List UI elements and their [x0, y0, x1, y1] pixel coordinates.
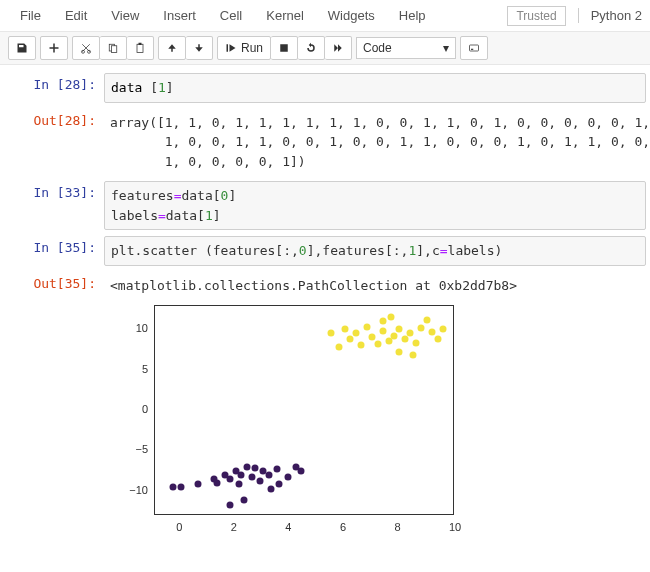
scatter-point: [241, 497, 248, 504]
code-content[interactable]: features=data[0] labels=data[1]: [104, 181, 646, 230]
output-cell: Out[35]: <matplotlib.collections.PathCol…: [4, 272, 646, 300]
scatter-point: [391, 332, 398, 339]
scatter-point: [418, 324, 425, 331]
cut-button[interactable]: [72, 36, 100, 60]
scatter-point: [276, 480, 283, 487]
add-cell-button[interactable]: [40, 36, 68, 60]
xtick-label: 10: [449, 521, 461, 533]
scatter-point: [238, 471, 245, 478]
scatter-point: [396, 348, 403, 355]
scatter-point: [213, 479, 220, 486]
interrupt-button[interactable]: [271, 36, 298, 60]
move-up-button[interactable]: [158, 36, 186, 60]
scatter-point: [429, 329, 436, 336]
ytick-label: −10: [118, 484, 148, 496]
output-cell: Out[28]: array([1, 1, 0, 1, 1, 1, 1, 1, …: [4, 109, 646, 176]
scatter-point: [407, 330, 414, 337]
scatter-point: [227, 475, 234, 482]
code-cell[interactable]: In [35]: plt.scatter (features[:,0],feat…: [4, 236, 646, 266]
command-palette-button[interactable]: [460, 36, 488, 60]
scatter-point: [347, 335, 354, 342]
in-prompt: In [28]:: [4, 73, 104, 103]
code-content[interactable]: plt.scatter (features[:,0],features[:,1]…: [104, 236, 646, 266]
scatter-point: [358, 342, 365, 349]
svg-rect-5: [139, 43, 142, 45]
notebook-area: In [28]: data [1] Out[28]: array([1, 1, …: [0, 65, 650, 553]
svg-rect-4: [137, 44, 143, 52]
menubar: File Edit View Insert Cell Kernel Widget…: [0, 0, 650, 32]
code-cell[interactable]: In [33]: features=data[0] labels=data[1]: [4, 181, 646, 230]
toolbar: Run Code▾: [0, 32, 650, 65]
scatter-point: [434, 335, 441, 342]
code-content[interactable]: data [1]: [104, 73, 646, 103]
scatter-point: [249, 474, 256, 481]
svg-rect-7: [198, 44, 200, 48]
kernel-indicator[interactable]: Python 2: [578, 8, 642, 23]
scatter-point: [194, 481, 201, 488]
menu-cell[interactable]: Cell: [208, 4, 254, 27]
chevron-down-icon: ▾: [443, 41, 449, 55]
cell-type-select[interactable]: Code▾: [356, 37, 456, 59]
save-button[interactable]: [8, 36, 36, 60]
scatter-point: [227, 502, 234, 509]
ytick-label: −5: [118, 443, 148, 455]
scatter-point: [243, 463, 250, 470]
scatter-point: [423, 316, 430, 323]
copy-button[interactable]: [100, 36, 127, 60]
svg-rect-8: [227, 44, 229, 52]
scatter-point: [341, 326, 348, 333]
paste-button[interactable]: [127, 36, 154, 60]
scatter-point: [251, 465, 258, 472]
scatter-point: [401, 335, 408, 342]
svg-rect-10: [470, 45, 479, 51]
output-content: <matplotlib.collections.PathCollection a…: [104, 272, 646, 300]
menu-help[interactable]: Help: [387, 4, 438, 27]
menu-file[interactable]: File: [8, 4, 53, 27]
xtick-label: 6: [340, 521, 346, 533]
svg-rect-6: [171, 48, 173, 52]
menu-insert[interactable]: Insert: [151, 4, 208, 27]
menu-kernel[interactable]: Kernel: [254, 4, 316, 27]
run-button[interactable]: Run: [217, 36, 271, 60]
scatter-point: [336, 344, 343, 351]
in-prompt: In [33]:: [4, 181, 104, 230]
scatter-point: [363, 323, 370, 330]
scatter-point: [380, 318, 387, 325]
scatter-point: [412, 339, 419, 346]
xtick-label: 0: [176, 521, 182, 533]
scatter-point: [265, 471, 272, 478]
menu-widgets[interactable]: Widgets: [316, 4, 387, 27]
restart-button[interactable]: [298, 36, 325, 60]
scatter-point: [273, 465, 280, 472]
run-label: Run: [241, 41, 263, 55]
restart-run-button[interactable]: [325, 36, 352, 60]
scatter-point: [257, 478, 264, 485]
move-down-button[interactable]: [186, 36, 213, 60]
xtick-label: 8: [394, 521, 400, 533]
scatter-point: [385, 338, 392, 345]
trusted-indicator[interactable]: Trusted: [507, 6, 565, 26]
scatter-point: [298, 467, 305, 474]
scatter-point: [440, 326, 447, 333]
out-prompt: Out[35]:: [4, 272, 104, 300]
scatter-point: [284, 474, 291, 481]
scatter-point: [380, 327, 387, 334]
scatter-point: [396, 326, 403, 333]
svg-rect-11: [471, 49, 473, 50]
scatter-point: [235, 481, 242, 488]
out-prompt: Out[28]:: [4, 109, 104, 176]
code-cell[interactable]: In [28]: data [1]: [4, 73, 646, 103]
scatter-point: [369, 334, 376, 341]
menu-edit[interactable]: Edit: [53, 4, 99, 27]
ytick-label: 10: [118, 322, 148, 334]
svg-rect-9: [280, 44, 288, 52]
menu-view[interactable]: View: [99, 4, 151, 27]
scatter-point: [410, 352, 417, 359]
scatter-point: [328, 330, 335, 337]
scatter-point: [268, 486, 275, 493]
scatter-point: [388, 314, 395, 321]
output-content: array([1, 1, 0, 1, 1, 1, 1, 1, 1, 0, 0, …: [104, 109, 650, 176]
ytick-label: 0: [118, 403, 148, 415]
xtick-label: 4: [285, 521, 291, 533]
ytick-label: 5: [118, 363, 148, 375]
